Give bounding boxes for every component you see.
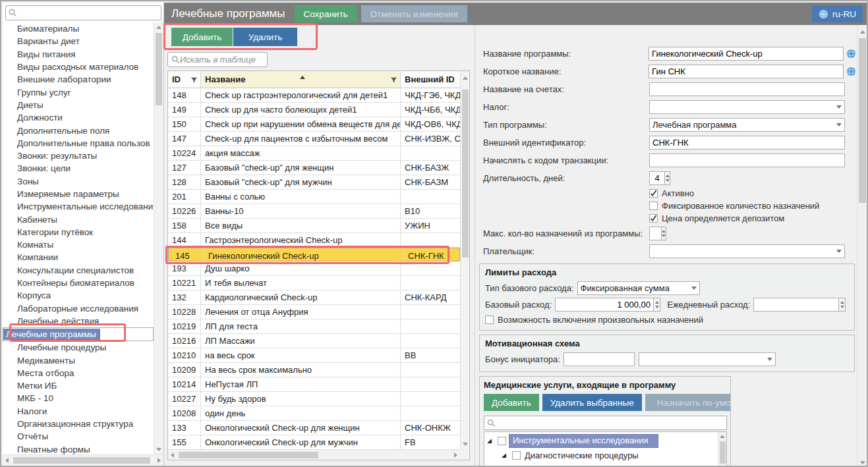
scrollbar-thumb[interactable] [156,33,162,105]
table-row[interactable]: 149Check up для часто болеющих детей1ЧКД… [168,103,460,117]
table-row[interactable]: 10224акция массаж [168,146,460,161]
tree-vertical-scrollbar[interactable] [718,432,726,467]
table-row[interactable]: 158Все видыУЖИН [168,219,460,233]
spinner-buttons[interactable] [661,227,666,240]
checkbox-row[interactable]: Активно [649,187,856,200]
sidebar-item[interactable]: Звонки: цели [3,162,154,175]
sidebar-item[interactable]: Звонки: результаты [3,150,154,162]
table-vertical-scrollbar[interactable] [460,71,469,449]
external-id-input[interactable] [649,136,845,150]
sidebar-item[interactable]: Измеряемые параметры [3,188,154,200]
spinner-buttons[interactable] [653,298,660,312]
short-name-input[interactable] [649,65,844,78]
column-header-external-id[interactable]: Внешний ID [401,71,469,88]
scroll-down-icon[interactable] [156,448,161,451]
sidebar-item[interactable]: Места отбора [3,367,154,379]
globe-icon[interactable] [846,49,856,59]
sidebar-search-input[interactable] [17,8,161,18]
sidebar-item[interactable]: Зоны [3,175,154,188]
daily-expense-input[interactable] [753,298,838,312]
sidebar-item[interactable]: Группы услуг [3,86,154,98]
tree-node[interactable]: Гемосканирование (микроскопия живой [484,462,726,467]
table-horizontal-scrollbar[interactable] [168,449,460,460]
tree-node[interactable]: ◢Инструментальные исследования [484,433,726,448]
filter-icon[interactable] [390,76,397,86]
spin-down-icon[interactable] [662,234,666,237]
spinner-buttons[interactable] [838,298,846,312]
sidebar-item[interactable]: Кабинеты [3,213,154,225]
table-row[interactable]: 10228Лечения от отца Ануфрия [168,305,460,319]
expander-icon[interactable]: ◢ [502,452,512,458]
table-row[interactable]: 10219ЛП для теста [168,319,460,334]
sidebar-item[interactable]: Печатные формы [3,443,154,455]
services-assign-default-button[interactable]: Назначать по-умолча [645,394,731,411]
scroll-down-icon[interactable] [463,443,468,446]
language-button[interactable]: ru-RU [812,5,863,22]
checkbox[interactable] [649,189,658,198]
max-prescriptions-input[interactable] [649,227,661,240]
sidebar-item[interactable]: Налоги [3,405,154,418]
checkbox[interactable] [485,316,494,324]
sidebar-item[interactable]: Компании [3,251,154,263]
sidebar-item[interactable]: Дополнительные права пользов [3,137,154,150]
services-delete-selected-button[interactable]: Удалить выбранные [542,394,642,411]
initiator-bonus-select[interactable] [639,352,776,366]
sidebar-item[interactable]: Метки ИБ [3,379,154,392]
sidebar-item[interactable]: Консультации специалистов [3,264,154,277]
spin-up-icon[interactable] [655,301,659,304]
sidebar-vertical-scrollbar[interactable] [154,22,163,454]
sidebar-item[interactable]: Лечебные действия [3,315,154,327]
sidebar-item[interactable]: Диеты [3,99,154,111]
table-row[interactable]: 10214НеПустая ЛП [168,377,460,392]
spin-down-icon[interactable] [840,306,844,308]
scroll-right-icon[interactable] [454,453,457,458]
initiator-bonus-input[interactable] [564,352,635,366]
table-row[interactable]: 10227Ну будь здоров [168,392,460,406]
sidebar-item[interactable]: Лечебные программы [3,327,154,341]
sidebar-item[interactable]: Медикаменты [3,354,154,366]
spin-down-icon[interactable] [655,306,659,308]
program-name-input[interactable] [649,47,844,61]
sidebar-item[interactable]: Виды расходных материалов [3,61,154,73]
services-search-input[interactable] [496,418,726,428]
table-row[interactable]: 150Check up при нарушении обмена веществ… [168,117,460,132]
spin-down-icon[interactable] [666,179,670,182]
table-row[interactable]: 144Гастроэнтерологический Check-up [168,233,460,248]
table-row[interactable]: 201Ванны с солью [168,190,460,204]
spin-up-icon[interactable] [840,301,844,304]
sidebar-item[interactable]: Лабораторные исследования [3,302,154,315]
sidebar-item[interactable]: Виды питания [3,48,154,61]
scroll-right-icon[interactable] [158,458,161,463]
panel-vertical-scrollbar[interactable] [857,26,867,467]
services-search[interactable] [484,416,727,430]
scroll-left-icon[interactable] [5,458,9,463]
table-row[interactable]: 10210на весь срокВВ [168,348,460,363]
table-row[interactable]: 10216ЛП Массажи [168,334,460,348]
scroll-up-icon[interactable] [720,435,725,438]
table-row[interactable]: 127Базовый "check-up" для женщинСНК-БАЗЖ [168,161,460,175]
checkbox[interactable] [649,202,658,210]
scrollbar-thumb[interactable] [859,38,866,203]
sidebar-item[interactable]: Контейнеры биоматериалов [3,277,154,289]
delete-button[interactable]: Удалить [233,28,297,46]
checkbox-row[interactable]: Цена определяется депозитом [649,212,856,225]
sidebar-search[interactable] [5,5,161,20]
table-row[interactable]: 145Гинекологический Check-upСНК-ГНК [168,248,460,261]
invoice-name-input[interactable] [649,82,845,96]
sidebar-item[interactable]: Должности [3,111,154,124]
sidebar-item[interactable]: Отчёты [3,430,154,443]
payer-select[interactable] [649,244,845,258]
sidebar-item[interactable]: Комнаты [3,238,154,251]
table-row[interactable]: 10208один день [168,406,460,421]
sidebar-item[interactable]: Лечебные процедуры [3,341,154,354]
add-button[interactable]: Добавить [171,28,233,46]
checkbox[interactable] [512,451,521,460]
sidebar-item[interactable]: Категории путёвок [3,226,154,238]
table-row[interactable]: 148Check up гастроэнтерологический для д… [168,88,460,103]
scrollbar-thumb[interactable] [720,441,726,464]
table-row[interactable]: 10226Ванны-10В10 [168,204,460,219]
duration-days-input[interactable] [649,171,664,185]
table-search[interactable] [167,52,268,67]
cancel-changes-button[interactable]: Отменить изменения [361,5,467,22]
scroll-up-icon[interactable] [860,30,865,34]
